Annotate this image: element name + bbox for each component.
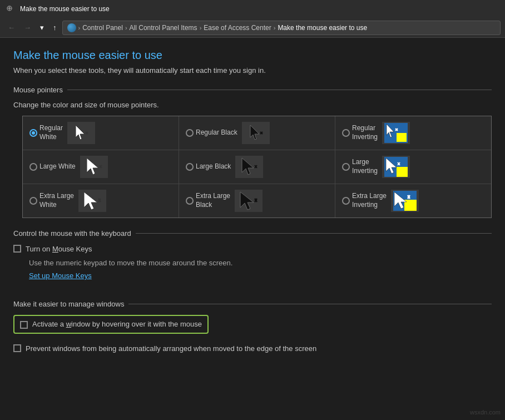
activate-hover-checkbox[interactable]: [20, 321, 28, 329]
mouse-pointers-section: Mouse pointers Change the color and size…: [13, 86, 492, 218]
prevent-arrange-label: Prevent windows from being automatically…: [26, 344, 316, 354]
path-ease-of-access[interactable]: Ease of Access Center: [204, 24, 271, 32]
mouse-keys-item: Turn on Mouse Keys: [13, 244, 492, 254]
pointer-row-3: Extra LargeWhite Extra LargeBlack: [23, 184, 491, 218]
mouse-keys-desc: Use the numeric keypad to move the mouse…: [29, 259, 492, 267]
activate-hover-label: Activate a window by hovering over it wi…: [32, 319, 202, 329]
cursor-regular-black-preview: [242, 122, 270, 144]
cursor-xl-black-preview: [235, 190, 263, 212]
address-bar: ← → ▾ ↑ › Control Panel › All Control Pa…: [0, 18, 505, 38]
up-button[interactable]: ↑: [49, 21, 60, 34]
setup-mouse-keys-link[interactable]: Set up Mouse Keys: [29, 271, 92, 280]
label-xl-inverting: Extra LargeInverting: [352, 192, 387, 209]
prevent-arrange-checkbox[interactable]: [13, 344, 21, 352]
label-xl-white: Extra LargeWhite: [39, 192, 74, 209]
mouse-pointers-header: Mouse pointers: [13, 86, 492, 94]
label-large-white: Large White: [39, 162, 76, 171]
cursor-large-inverting-preview: [382, 156, 410, 178]
svg-marker-17: [242, 158, 254, 175]
sep2: ›: [125, 24, 127, 31]
page-subtitle: When you select these tools, they will a…: [13, 66, 492, 75]
keyboard-section: Control the mouse with the keyboard Turn…: [13, 229, 492, 289]
address-path: › Control Panel › All Control Panel Item…: [62, 21, 501, 35]
sep4: ›: [274, 24, 276, 31]
pointer-regular-black[interactable]: Regular Black: [179, 116, 335, 150]
title-bar: Make the mouse easier to use: [0, 0, 505, 18]
pointer-xl-black[interactable]: Extra LargeBlack: [179, 184, 335, 218]
pointer-regular-inverting[interactable]: RegularInverting: [335, 116, 491, 150]
pointer-row-1: RegularWhite Regular Black: [23, 116, 491, 150]
sep3: ›: [200, 24, 202, 31]
label-regular-black: Regular Black: [196, 129, 237, 137]
svg-marker-25: [84, 192, 97, 210]
dropdown-button[interactable]: ▾: [37, 21, 47, 34]
pointer-xl-inverting[interactable]: Extra LargeInverting: [335, 184, 491, 218]
mouse-keys-label: Turn on Mouse Keys: [26, 244, 92, 254]
pointer-description: Change the color and size of mouse point…: [13, 101, 492, 109]
svg-rect-21: [397, 167, 408, 177]
cursor-regular-inverting-preview: [382, 122, 410, 144]
forward-button[interactable]: →: [21, 21, 34, 34]
radio-regular-white[interactable]: [29, 129, 37, 137]
pointer-large-white[interactable]: Large White: [23, 150, 179, 184]
svg-marker-3: [76, 125, 85, 140]
path-current: Make the mouse easier to use: [278, 24, 367, 32]
pointer-large-black[interactable]: Large Black: [179, 150, 335, 184]
radio-regular-inverting[interactable]: [342, 129, 350, 137]
cursor-large-white-preview: [80, 156, 108, 178]
label-large-black: Large Black: [196, 162, 231, 171]
globe-icon: [67, 23, 76, 32]
path-all-items[interactable]: All Control Panel Items: [130, 24, 197, 32]
page-title: Make the mouse easier to use: [13, 49, 492, 62]
window-title: Make the mouse easier to use: [20, 5, 110, 13]
activate-hover-highlighted[interactable]: Activate a window by hovering over it wi…: [13, 315, 209, 334]
svg-rect-32: [404, 200, 417, 211]
back-button[interactable]: ←: [4, 21, 18, 34]
cursor-xl-inverting-preview: [391, 190, 419, 212]
svg-marker-14: [87, 158, 98, 175]
label-xl-black: Extra LargeBlack: [196, 192, 230, 209]
pointer-regular-white[interactable]: RegularWhite: [23, 116, 179, 150]
pointer-xl-white[interactable]: Extra LargeWhite: [23, 184, 179, 218]
cursor-large-black-preview: [235, 156, 263, 178]
activate-hover-container: Activate a window by hovering over it wi…: [13, 315, 492, 338]
svg-rect-10: [397, 133, 407, 142]
label-regular-inverting: RegularInverting: [352, 124, 378, 141]
radio-xl-inverting[interactable]: [342, 197, 350, 205]
cursor-regular-white-preview: [67, 122, 95, 144]
radio-large-white[interactable]: [29, 163, 37, 171]
radio-large-inverting[interactable]: [342, 163, 350, 171]
prevent-arrange-item: Prevent windows from being automatically…: [13, 344, 492, 354]
label-regular-white: RegularWhite: [39, 124, 63, 141]
sep1: ›: [78, 24, 81, 31]
radio-large-black[interactable]: [186, 163, 194, 171]
cursor-xl-white-preview: [78, 190, 106, 212]
radio-regular-black[interactable]: [186, 129, 194, 137]
svg-marker-6: [250, 125, 259, 140]
watermark: wsxdn.com: [470, 409, 501, 416]
keyboard-header: Control the mouse with the keyboard: [13, 229, 492, 238]
manage-windows-section: Make it easier to manage windows Activat…: [13, 300, 492, 354]
window-icon: [7, 4, 16, 14]
mouse-keys-checkbox[interactable]: [13, 245, 21, 253]
path-control-panel[interactable]: Control Panel: [82, 24, 123, 32]
mouse-pointers-label: Mouse pointers: [13, 86, 63, 94]
pointer-row-2: Large White Large Black: [23, 150, 491, 184]
main-content: Make the mouse easier to use When you se…: [0, 38, 505, 420]
svg-marker-28: [240, 192, 254, 210]
label-large-inverting: LargeInverting: [352, 158, 378, 175]
radio-xl-black[interactable]: [186, 197, 194, 205]
radio-xl-white[interactable]: [29, 197, 37, 205]
pointer-large-inverting[interactable]: LargeInverting: [335, 150, 491, 184]
manage-windows-header: Make it easier to manage windows: [13, 300, 492, 308]
pointer-grid: RegularWhite Regular Black: [22, 116, 492, 218]
keyboard-label: Control the mouse with the keyboard: [13, 229, 131, 238]
manage-windows-label: Make it easier to manage windows: [13, 300, 124, 308]
